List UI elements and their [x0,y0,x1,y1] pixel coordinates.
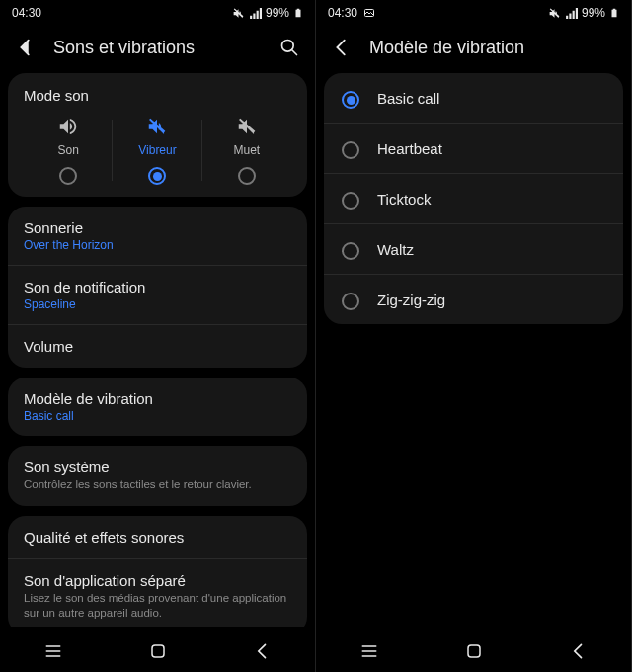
settings-content: Mode son Son Vibreur [0,73,315,627]
mode-son[interactable]: Son [24,116,113,185]
option-radio[interactable] [342,293,359,310]
status-right: 99% [232,6,303,20]
vibrate-mute-icon [232,7,245,20]
mode-vibreur-label: Vibreur [138,143,176,157]
option-label: Waltz [377,241,414,258]
sound-mode-card: Mode son Son Vibreur [8,73,307,197]
item-notification-sub: Spaceline [24,297,291,311]
mute-icon [236,116,258,137]
item-system-title: Son système [24,459,291,475]
signal-icon [249,7,262,20]
option-label: Basic call [377,90,439,107]
battery-icon [609,6,619,20]
mode-son-label: Son [57,143,78,157]
mode-vibreur-radio[interactable] [148,167,166,185]
option-ticktock[interactable]: Ticktock [324,174,623,224]
item-vibpattern-sub: Basic call [24,409,291,423]
battery-pct: 99% [266,6,289,20]
vibration-options: Basic call Heartbeat Ticktock Waltz Zig-… [316,73,631,324]
screen-header: Modèle de vibration [316,26,631,73]
status-time: 04:30 [12,6,41,20]
mode-son-radio[interactable] [59,167,77,185]
mode-muet[interactable]: Muet [202,116,291,185]
item-volume[interactable]: Volume [8,324,307,368]
status-bar: 04:30 99% [0,0,315,26]
option-label: Ticktock [377,191,431,208]
nav-back[interactable] [569,641,589,661]
item-ringtone[interactable]: Sonnerie Over the Horizon [8,207,307,265]
sound-mode-row: Son Vibreur Muet [24,116,291,185]
screenshot-icon [363,7,375,19]
option-basic-call[interactable]: Basic call [324,73,623,124]
item-appsound-title: Son d'application séparé [24,572,291,589]
nav-home[interactable] [149,642,167,660]
signal-icon [565,7,578,20]
option-label: Zig-zig-zig [377,292,445,308]
item-vibpattern-title: Modèle de vibration [24,390,291,407]
mode-muet-radio[interactable] [238,167,256,185]
vibration-group: Modèle de vibration Basic call [8,378,307,436]
svg-line-1 [292,50,297,55]
page-title: Modèle de vibration [369,38,617,58]
status-right: 99% [548,6,619,20]
sound-mode-title: Mode son [24,87,291,104]
battery-pct: 99% [582,6,605,20]
option-radio[interactable] [342,192,359,210]
item-notification-title: Son de notification [24,279,291,295]
option-radio[interactable] [342,242,359,260]
option-radio[interactable] [342,141,359,159]
svg-rect-4 [468,645,480,657]
system-sound-group: Son système Contrôlez les sons tactiles … [8,446,307,506]
advanced-sound-group: Qualité et effets sonores Son d'applicat… [8,516,307,627]
item-app-sound[interactable]: Son d'application séparé Lisez le son de… [8,558,307,627]
nav-bar [316,630,631,672]
sound-settings-group: Sonnerie Over the Horizon Son de notific… [8,207,307,368]
status-time: 04:30 [328,6,357,20]
back-button[interactable] [14,36,38,59]
back-button[interactable] [330,36,354,59]
svg-rect-2 [152,645,164,657]
nav-back[interactable] [253,641,273,661]
item-ringtone-title: Sonnerie [24,219,291,236]
mode-vibreur[interactable]: Vibreur [113,116,201,185]
item-volume-title: Volume [24,338,291,355]
item-quality-effects[interactable]: Qualité et effets sonores [8,516,307,558]
phone-right: 04:30 99% Modèle de vibration [316,0,632,672]
mode-muet-label: Muet [233,143,260,157]
screen-header: Sons et vibrations [0,26,315,73]
item-ringtone-sub: Over the Horizon [24,238,291,252]
status-bar: 04:30 99% [316,0,631,26]
sound-icon [57,116,79,137]
item-system-sound[interactable]: Son système Contrôlez les sons tactiles … [8,446,307,506]
item-system-desc: Contrôlez les sons tactiles et le retour… [24,477,291,493]
option-zigzigzig[interactable]: Zig-zig-zig [324,275,623,324]
battery-icon [293,6,303,20]
search-button[interactable] [277,36,301,59]
nav-bar [0,630,315,672]
nav-home[interactable] [465,642,483,660]
vibration-options-card: Basic call Heartbeat Ticktock Waltz Zig-… [324,73,623,324]
nav-recents[interactable] [43,641,63,661]
vibrate-mute-icon [548,7,561,20]
phone-left: 04:30 99% Sons et vibrations Mode son [0,0,316,672]
option-waltz[interactable]: Waltz [324,224,623,275]
item-appsound-desc: Lisez le son des médias provenant d'une … [24,591,291,622]
item-quality-title: Qualité et effets sonores [24,529,291,546]
option-heartbeat[interactable]: Heartbeat [324,124,623,174]
item-notification-sound[interactable]: Son de notification Spaceline [8,265,307,324]
vibrate-icon [146,116,168,137]
nav-recents[interactable] [359,641,379,661]
item-vibration-pattern[interactable]: Modèle de vibration Basic call [8,378,307,436]
option-label: Heartbeat [377,140,442,157]
option-radio[interactable] [342,91,359,109]
page-title: Sons et vibrations [53,38,262,58]
